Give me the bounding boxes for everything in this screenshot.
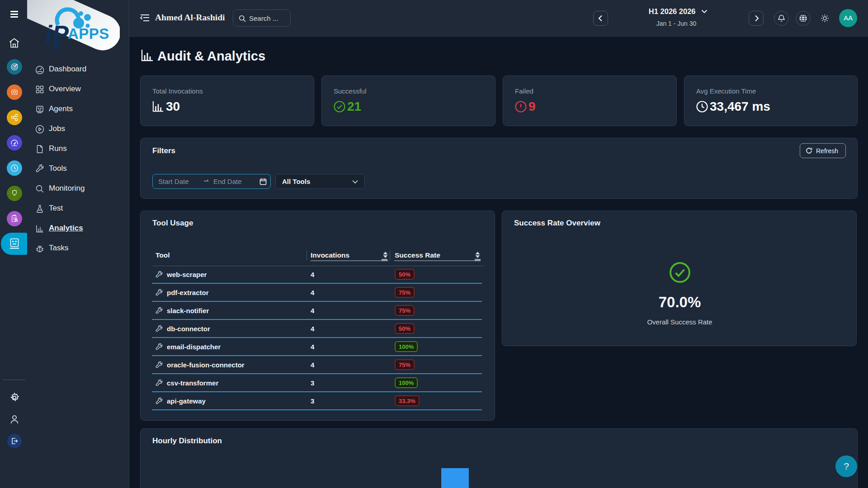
svg-text:APPS: APPS <box>68 25 109 42</box>
